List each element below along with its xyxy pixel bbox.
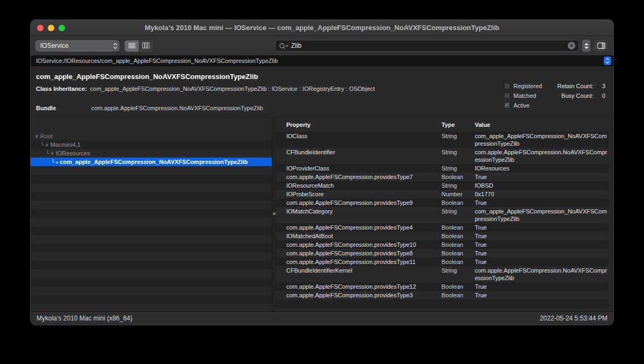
property-cell: IOClass [286,132,442,147]
flag-label: Matched [513,92,536,99]
property-row[interactable]: com.apple.AppleFSCompression.providesTyp… [276,258,609,266]
property-cell: com.apple.AppleFSCompression.providesTyp… [286,249,442,257]
path-stepper-button[interactable] [604,56,611,65]
property-row[interactable]: CFBundleIdentifierKernelStringcom.apple.… [276,266,609,282]
property-row[interactable]: com.apple.AppleFSCompression.providesTyp… [276,173,609,181]
active-checkbox[interactable] [504,102,510,109]
tree-empty-row [31,226,272,235]
disclosure-chevron-icon[interactable]: ∨ [45,142,49,147]
close-icon: ✕ [569,44,574,48]
value-cell: 0x1770 [475,190,609,198]
tree-empty-row [31,287,272,295]
value-cell: True [475,249,609,257]
status-bar: Mykola’s 2010 Mac mini (x86_64) 2022-05-… [31,311,613,325]
flag-row: Active [504,101,542,110]
disclosure-chevron-icon[interactable]: ∨ [50,151,54,156]
property-row[interactable]: IOProviderClassStringIOResources [276,164,609,173]
browser-view-button[interactable] [139,40,153,52]
class-inheritance-label: Class Inheritance: [36,85,87,92]
tree-item[interactable]: └∨IOResources [31,149,272,158]
tree-connector-icon: └ [40,142,44,148]
tree-empty-row [31,183,272,192]
property-row[interactable]: IOMatchCategoryStringcom_apple_AppleFSCo… [276,207,609,223]
pane-divider[interactable] [272,118,276,311]
property-cell: com.apple.AppleFSCompression.providesTyp… [286,283,442,290]
property-table-body: IOClassStringcom_apple_AppleFSCompressio… [276,132,609,311]
type-cell: String [442,208,475,223]
property-row[interactable]: com.apple.AppleFSCompression.providesTyp… [276,249,609,258]
search-icon [279,42,289,49]
type-cell: String [442,148,475,163]
tree-item[interactable]: └∨Macmini4,1 [31,140,272,149]
property-cell: IOResourceMatch [286,182,442,189]
property-cell: IOMatchedAtBoot [286,232,442,240]
table-header: Property Type Value [276,118,609,132]
class-inheritance-value: com_apple_AppleFSCompression_NoAVXFSComp… [90,85,375,92]
property-row[interactable]: IOProbeScoreNumber0x1770 [276,190,609,198]
tree-empty-row [31,244,272,252]
tree-item-label: com_apple_AppleFSCompression_NoAVXFSComp… [60,159,248,165]
search-field[interactable]: Zlib ✕ [275,40,579,52]
zoom-button[interactable] [59,25,65,31]
registered-checkbox[interactable] [504,83,510,89]
tree-empty-row [31,209,272,218]
column-header-type[interactable]: Type [442,122,475,128]
plane-selector-dropdown[interactable]: IOService [35,40,119,52]
property-row[interactable]: com.apple.AppleFSCompression.providesTyp… [276,291,609,299]
close-button[interactable] [37,25,44,31]
matched-checkbox[interactable] [504,92,510,99]
app-window: Mykola’s 2010 Mac mini — IOService — com… [30,19,614,325]
tree-empty-row [31,218,272,226]
plane-selector-value: IOService [40,42,69,49]
tree-connector-icon: └ [51,159,55,165]
inspector-header: com_apple_AppleFSCompression_NoAVXFSComp… [31,66,613,117]
value-cell: com.apple.AppleFSCompression.NoAVXFSComp… [475,267,609,282]
toggle-inspector-button[interactable] [595,40,607,51]
value-cell: True [475,241,609,248]
tree-empty-row [31,269,272,278]
property-row[interactable]: IOResourceMatchStringIOBSD [276,181,609,190]
type-cell: Boolean [442,199,475,206]
toolbar: IOService [31,36,613,55]
title-bar[interactable]: Mykola’s 2010 Mac mini — IOService — com… [31,20,613,36]
path-bar[interactable]: IOService:/IOResources/com_apple_AppleFS… [31,55,613,66]
tree-empty-row [31,295,272,304]
property-row[interactable]: com.apple.AppleFSCompression.providesTyp… [276,223,609,232]
type-cell: Boolean [442,249,475,257]
property-pane: Property Type Value IOClassStringcom_app… [276,118,613,311]
property-row[interactable]: IOClassStringcom_apple_AppleFSCompressio… [276,132,609,148]
tree-empty-row [31,201,272,209]
value-cell: IOBSD [475,182,609,189]
disclosure-chevron-icon[interactable]: ∨ [35,133,39,139]
tree-item[interactable]: └●com_apple_AppleFSCompression_NoAVXFSCo… [31,158,272,166]
tree-item[interactable]: ∨Root [31,132,272,140]
clear-search-button[interactable]: ✕ [568,42,575,49]
column-header-value[interactable]: Value [475,122,609,128]
value-cell: True [475,199,609,206]
type-cell: Boolean [442,291,475,299]
value-cell: True [475,232,609,240]
search-result-stepper[interactable] [582,40,590,52]
tree-empty-row [31,235,272,244]
outline-view-button[interactable] [125,40,139,52]
property-row[interactable]: com.apple.AppleFSCompression.providesTyp… [276,282,609,291]
value-cell: IOResources [475,165,609,172]
column-header-property[interactable]: Property [286,122,442,128]
search-input[interactable]: Zlib [291,42,568,49]
property-cell: IOProviderClass [286,165,442,172]
value-cell: com.apple.AppleFSCompression.NoAVXFSComp… [475,148,609,163]
status-timestamp: 2022-05-24 5:53:44 PM [540,315,607,322]
type-cell: String [442,132,475,147]
count-row: Retain Count:3 [553,81,605,91]
flag-row: Registered [504,81,542,91]
property-cell: com.apple.AppleFSCompression.providesTyp… [286,291,442,299]
tree-item-label: Macmini4,1 [50,141,81,148]
chevron-up-down-icon [113,42,118,49]
property-row[interactable]: com.apple.AppleFSCompression.providesTyp… [276,240,609,249]
minimize-button[interactable] [48,25,54,31]
arrow-up-icon [584,43,589,45]
property-row[interactable]: CFBundleIdentifierStringcom.apple.AppleF… [276,148,609,164]
columns-icon [142,41,149,51]
property-row[interactable]: com.apple.AppleFSCompression.providesTyp… [276,198,609,207]
property-row[interactable]: IOMatchedAtBootBooleanTrue [276,232,609,240]
